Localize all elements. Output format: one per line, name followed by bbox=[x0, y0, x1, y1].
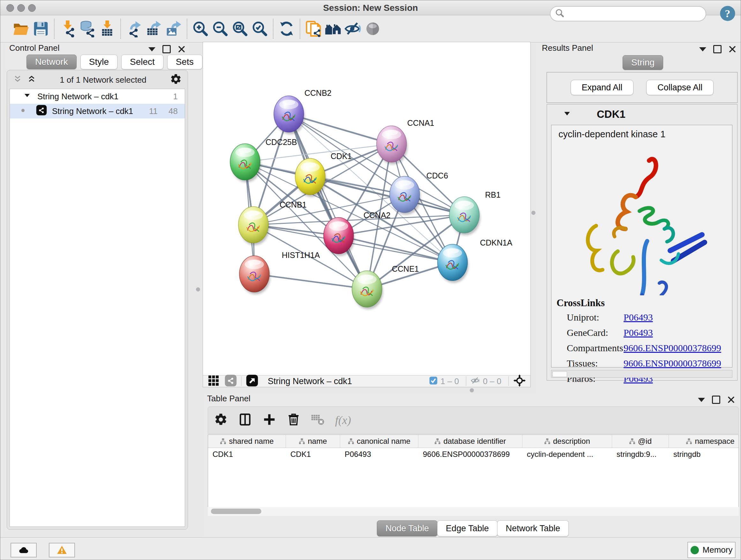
tab-edge-table[interactable]: Edge Table bbox=[437, 520, 497, 537]
tab-select[interactable]: Select bbox=[121, 55, 163, 69]
node-CCNE1[interactable] bbox=[352, 271, 383, 309]
memory-button[interactable]: Memory bbox=[687, 542, 736, 558]
node-CDK1[interactable] bbox=[295, 159, 326, 197]
table-horizontal-scrollbar[interactable] bbox=[208, 507, 739, 516]
crosslinks-heading: CrossLinks bbox=[556, 297, 732, 309]
network-tree-root-row[interactable]: String Network – cdk1 1 bbox=[10, 89, 185, 104]
tab-string[interactable]: String bbox=[623, 55, 663, 70]
node-label-CCNB1: CCNB1 bbox=[280, 200, 307, 209]
float-panel-icon[interactable] bbox=[162, 45, 171, 53]
refresh-icon[interactable] bbox=[277, 19, 296, 39]
tree-expander-icon[interactable] bbox=[23, 91, 31, 102]
network-name: String Network – cdk1 bbox=[52, 106, 133, 116]
clone-network-icon[interactable] bbox=[304, 19, 323, 39]
open-session-icon[interactable] bbox=[11, 19, 31, 39]
collapse-all-networks-icon[interactable] bbox=[13, 74, 22, 85]
column-header-shared-name[interactable]: shared name bbox=[208, 435, 286, 448]
tab-node-table[interactable]: Node Table bbox=[377, 520, 437, 537]
node-RB1[interactable] bbox=[449, 197, 480, 235]
column-header-canonical-name[interactable]: canonical name bbox=[340, 435, 418, 448]
node-CCNA2[interactable] bbox=[324, 217, 354, 256]
node-table[interactable]: shared namenamecanonical namedatabase id… bbox=[208, 435, 739, 516]
crosslink-link[interactable]: 9606.ENSP00000378699 bbox=[623, 358, 721, 369]
column-header--id[interactable]: @id bbox=[612, 435, 669, 448]
birds-eye-grid-icon[interactable] bbox=[207, 374, 219, 388]
node-CCNB2[interactable] bbox=[274, 96, 305, 134]
network-overview-icon[interactable] bbox=[225, 374, 237, 388]
network-options-gear-icon[interactable] bbox=[170, 73, 182, 86]
crosslink-label: GeneCard: bbox=[567, 327, 623, 338]
tab-network[interactable]: Network bbox=[26, 55, 77, 69]
import-database-icon[interactable] bbox=[77, 19, 97, 39]
column-type-icon bbox=[434, 438, 441, 444]
tab-sets[interactable]: Sets bbox=[167, 55, 202, 69]
crosslink-link[interactable]: P06493 bbox=[623, 312, 653, 323]
entry-expander-icon[interactable] bbox=[563, 110, 571, 119]
export-image-icon[interactable] bbox=[164, 19, 184, 39]
show-columns-icon[interactable] bbox=[238, 413, 252, 428]
export-network-icon[interactable] bbox=[124, 19, 144, 39]
node-CDKN1A[interactable] bbox=[437, 244, 468, 283]
save-session-icon[interactable] bbox=[31, 19, 51, 39]
close-panel-icon[interactable] bbox=[178, 45, 185, 53]
network-tree-row[interactable]: String Network – cdk1 11 48 bbox=[10, 104, 185, 118]
node-HIST1H1A[interactable] bbox=[239, 256, 270, 294]
table-tabs: Node TableEdge TableNetwork Table bbox=[377, 520, 568, 537]
zoom-fit-icon[interactable] bbox=[230, 19, 250, 39]
column-header-name[interactable]: name bbox=[286, 435, 340, 448]
table-settings-gear-icon[interactable] bbox=[214, 413, 228, 428]
collapse-results-icon[interactable] bbox=[699, 47, 706, 51]
import-network-icon[interactable] bbox=[58, 19, 77, 39]
fit-selection-crosshair-icon[interactable] bbox=[513, 374, 526, 388]
float-results-icon[interactable] bbox=[713, 45, 722, 53]
show-eye-icon[interactable] bbox=[363, 19, 383, 39]
close-table-panel-icon[interactable] bbox=[727, 396, 735, 403]
collapse-panel-icon[interactable] bbox=[148, 47, 155, 51]
column-header-description[interactable]: description bbox=[522, 435, 612, 448]
table-row[interactable]: CDK1CDK1P064939606.ENSP00000378699cyclin… bbox=[208, 448, 738, 461]
collapse-all-button[interactable]: Collapse All bbox=[646, 80, 714, 95]
crosslink-link[interactable]: 9606.ENSP00000378699 bbox=[623, 343, 721, 354]
collapse-table-panel-icon[interactable] bbox=[698, 398, 705, 402]
selected-checkbox-icon[interactable] bbox=[429, 376, 438, 386]
search-input[interactable] bbox=[568, 9, 705, 19]
houses-icon[interactable] bbox=[323, 19, 343, 39]
delete-column-trash-icon[interactable] bbox=[286, 413, 300, 428]
left-splitter-handle[interactable] bbox=[196, 287, 200, 292]
close-results-icon[interactable] bbox=[729, 45, 736, 53]
network-canvas[interactable]: CCNB2CCNA1CDC25BCDK1CDC6RB1CCNB1CCNA2CDK… bbox=[203, 42, 531, 387]
table-cell: 9606.ENSP00000378699 bbox=[418, 448, 522, 461]
scrollbar-thumb[interactable] bbox=[211, 509, 261, 514]
column-header-database-identifier[interactable]: database identifier bbox=[418, 435, 522, 448]
status-bar: Memory bbox=[0, 537, 741, 560]
network-graph[interactable]: CCNB2CCNA1CDC25BCDK1CDC6RB1CCNB1CCNA2CDK… bbox=[203, 42, 530, 375]
edge-HIST1H1A-CCNE1[interactable] bbox=[254, 274, 367, 289]
node-CCNA1[interactable] bbox=[377, 126, 408, 165]
warnings-button[interactable] bbox=[49, 543, 75, 557]
float-table-panel-icon[interactable] bbox=[712, 395, 720, 404]
expand-all-button[interactable]: Expand All bbox=[570, 80, 634, 95]
bottom-splitter-handle[interactable] bbox=[470, 388, 474, 392]
cloud-services-button[interactable] bbox=[10, 543, 37, 557]
hide-eye-icon[interactable] bbox=[343, 19, 363, 39]
expand-all-networks-icon[interactable] bbox=[27, 74, 37, 85]
zoom-in-icon[interactable] bbox=[191, 19, 210, 39]
right-splitter-handle[interactable] bbox=[531, 211, 536, 215]
search-box[interactable] bbox=[550, 6, 706, 21]
edge-CCNA2-CDKN1A[interactable] bbox=[339, 236, 453, 262]
tab-network-table[interactable]: Network Table bbox=[497, 520, 569, 537]
crosslink-link[interactable]: P06493 bbox=[623, 327, 653, 338]
import-table-icon[interactable] bbox=[97, 19, 117, 39]
results-actions: Expand All Collapse All bbox=[547, 72, 738, 103]
open-in-window-icon[interactable] bbox=[246, 374, 258, 388]
tab-style[interactable]: Style bbox=[80, 55, 118, 69]
node-CDC6[interactable] bbox=[390, 176, 421, 215]
zoom-selected-icon[interactable] bbox=[250, 19, 270, 39]
results-horizontal-scrollbar[interactable] bbox=[551, 370, 732, 378]
column-header-namespace[interactable]: namespace bbox=[669, 435, 739, 448]
node-CCNB1[interactable] bbox=[239, 206, 269, 245]
export-table-icon[interactable] bbox=[144, 19, 164, 39]
help-icon[interactable]: ? bbox=[719, 5, 736, 22]
add-column-icon[interactable] bbox=[262, 413, 276, 428]
zoom-out-icon[interactable] bbox=[210, 19, 230, 39]
